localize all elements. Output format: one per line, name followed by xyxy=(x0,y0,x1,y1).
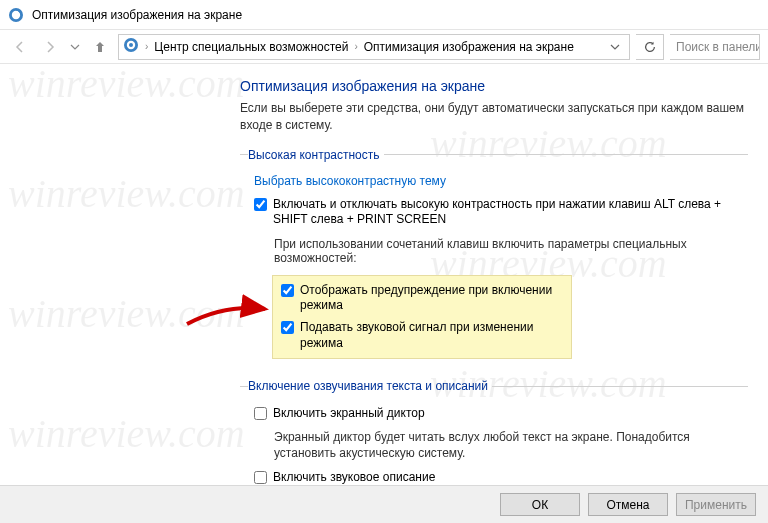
play-sound-checkbox[interactable] xyxy=(281,321,294,334)
enable-narrator-checkbox[interactable] xyxy=(254,407,267,420)
window-title: Оптимизация изображения на экране xyxy=(32,8,242,22)
toggle-hc-label[interactable]: Включать и отключать высокую контрастнос… xyxy=(273,197,748,228)
svg-point-1 xyxy=(12,10,20,18)
section-high-contrast: Высокая контрастность Выбрать высококонт… xyxy=(240,148,748,368)
play-sound-label[interactable]: Подавать звуковой сигнал при изменении р… xyxy=(300,320,569,351)
breadcrumb-current[interactable]: Оптимизация изображения на экране xyxy=(364,40,574,54)
ok-button[interactable]: ОК xyxy=(500,493,580,516)
refresh-button[interactable] xyxy=(636,34,664,60)
address-bar[interactable]: › Центр специальных возможностей › Оптим… xyxy=(118,34,630,60)
navbar: › Центр специальных возможностей › Оптим… xyxy=(0,30,768,64)
toggle-hc-checkbox[interactable] xyxy=(254,198,267,211)
section-legend: Высокая контрастность xyxy=(248,148,384,162)
address-dropdown-icon[interactable] xyxy=(605,42,625,52)
chevron-right-icon: › xyxy=(145,41,148,52)
svg-point-4 xyxy=(129,43,133,47)
enable-audio-desc-checkbox[interactable] xyxy=(254,471,267,484)
shortcut-note: При использовании сочетаний клавиш включ… xyxy=(248,231,748,271)
up-button[interactable] xyxy=(88,35,112,59)
callout-arrow-icon xyxy=(185,294,275,334)
chevron-right-icon: › xyxy=(354,41,357,52)
choose-theme-link[interactable]: Выбрать высококонтрастную тему xyxy=(254,174,446,188)
page-title: Оптимизация изображения на экране xyxy=(240,78,748,94)
highlighted-options: Отображать предупреждение при включении … xyxy=(272,275,572,359)
section-narration: Включение озвучивания текста и описаний … xyxy=(240,379,748,485)
enable-narrator-label[interactable]: Включить экранный диктор xyxy=(273,406,425,422)
control-panel-icon xyxy=(8,7,24,23)
forward-button[interactable] xyxy=(38,35,62,59)
narrator-hint: Экранный диктор будет читать вслух любой… xyxy=(248,425,748,467)
breadcrumb-ease-of-access[interactable]: Центр специальных возможностей xyxy=(154,40,348,54)
history-dropdown[interactable] xyxy=(68,35,82,59)
apply-button[interactable]: Применить xyxy=(676,493,756,516)
back-button[interactable] xyxy=(8,35,32,59)
search-placeholder: Поиск в панели xyxy=(676,40,760,54)
cancel-button[interactable]: Отмена xyxy=(588,493,668,516)
search-input[interactable]: Поиск в панели xyxy=(670,34,760,60)
show-warning-checkbox[interactable] xyxy=(281,284,294,297)
dialog-footer: ОК Отмена Применить xyxy=(0,485,768,523)
enable-audio-desc-label[interactable]: Включить звуковое описание xyxy=(273,470,435,485)
content-area: Оптимизация изображения на экране Если в… xyxy=(0,64,768,485)
page-intro: Если вы выберете эти средства, они будут… xyxy=(240,100,748,134)
ease-of-access-icon xyxy=(123,37,139,56)
section-legend: Включение озвучивания текста и описаний xyxy=(248,379,492,393)
titlebar: Оптимизация изображения на экране xyxy=(0,0,768,30)
show-warning-label[interactable]: Отображать предупреждение при включении … xyxy=(300,283,569,314)
